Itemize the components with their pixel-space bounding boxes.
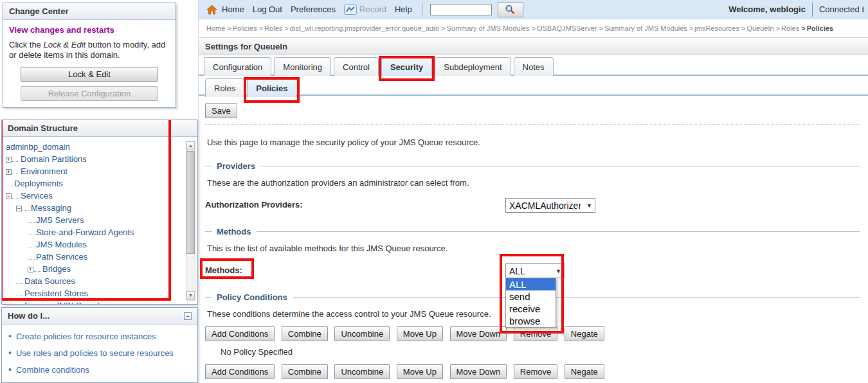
combine-button[interactable]: Combine <box>282 326 328 341</box>
tree-link-domain-partitions[interactable]: Domain Partitions <box>21 154 87 164</box>
tab-configuration[interactable]: Configuration <box>204 57 271 76</box>
authorization-providers-label: Authorization Providers: <box>205 200 303 209</box>
section-rule <box>293 297 860 298</box>
uncombine-button[interactable]: Uncombine <box>334 326 390 341</box>
breadcrumb-item[interactable]: Policies <box>227 24 257 32</box>
subtab-policies[interactable]: Policies <box>247 78 296 97</box>
breadcrumb-item[interactable]: Summary of JMS Modules <box>441 24 529 32</box>
tree-link-deployments[interactable]: Deployments <box>14 179 63 188</box>
lock-edit-button[interactable]: Lock & Edit <box>21 67 158 82</box>
breadcrumb-item[interactable]: jmsResources <box>689 24 739 32</box>
breadcrumb-item[interactable]: Home <box>206 24 225 32</box>
tree-link-bridges[interactable]: Bridges <box>42 264 71 274</box>
selected-value: XACMLAuthorizer <box>509 200 581 211</box>
tree-link-persistent-stores[interactable]: Persistent Stores <box>24 289 88 298</box>
authorization-providers-row: Authorization Providers: XACMLAuthorizer… <box>205 198 860 213</box>
view-changes-link[interactable]: View changes and restarts <box>9 25 170 35</box>
page-title: Settings for QueueIn <box>199 38 868 55</box>
providers-description: These are the authorization providers an… <box>207 178 860 188</box>
tree-link-jms-servers[interactable]: JMS Servers <box>36 215 84 225</box>
record-icon <box>344 4 357 15</box>
add-conditions-button[interactable]: Add Conditions <box>205 326 275 341</box>
breadcrumb-item[interactable]: QueueIn <box>741 24 774 32</box>
tree-item-jms-modules: JMS Modules <box>6 238 195 251</box>
expand-icon[interactable] <box>28 267 33 272</box>
option-browse[interactable]: browse <box>506 315 556 327</box>
separator <box>205 124 860 125</box>
section-title: Policy Conditions <box>217 292 287 302</box>
scroll-up-icon[interactable] <box>186 141 195 150</box>
uncombine-button[interactable]: Uncombine <box>334 364 390 379</box>
negate-button[interactable]: Negate <box>565 364 604 379</box>
negate-button[interactable]: Negate <box>565 326 604 341</box>
tree-item-data-sources: Data Sources <box>6 275 195 287</box>
expand-icon[interactable] <box>6 169 12 175</box>
breadcrumb-item[interactable]: Summary of JMS Modules <box>599 24 687 32</box>
search-button[interactable] <box>498 2 523 17</box>
tree-item-saf-agents: Store-and-Forward Agents <box>6 226 195 238</box>
scrollbar-thumb[interactable] <box>186 151 195 254</box>
combine-button[interactable]: Combine <box>282 364 328 379</box>
methods-label: Methods: <box>205 265 242 275</box>
tab-monitoring[interactable]: Monitoring <box>274 57 331 76</box>
help-link-combine-conditions[interactable]: Combine conditions <box>16 365 89 375</box>
tab-security[interactable]: Security <box>381 57 432 76</box>
logout-link[interactable]: Log Out <box>253 4 282 14</box>
tab-notes[interactable]: Notes <box>514 57 554 76</box>
tree-item-domain: adminbp_domain <box>6 141 195 153</box>
move-down-button[interactable]: Move Down <box>450 326 507 341</box>
methods-section-header: Methods <box>205 227 860 236</box>
move-up-button[interactable]: Move Up <box>397 364 443 379</box>
how-do-i-title: How do I... <box>8 311 50 321</box>
remove-button[interactable]: Remove <box>514 326 557 341</box>
move-down-button[interactable]: Move Down <box>450 364 507 379</box>
tree-link-saf-agents[interactable]: Store-and-Forward Agents <box>36 227 134 237</box>
breadcrumb-item[interactable]: dist_wli.reporting.jmsprovider_error.que… <box>284 24 439 32</box>
preferences-link[interactable]: Preferences <box>291 4 336 14</box>
list-item: Combine conditions <box>8 364 197 375</box>
tree-link-services[interactable]: Services <box>21 191 53 200</box>
remove-button[interactable]: Remove <box>514 364 557 379</box>
scroll-down-icon[interactable] <box>186 291 195 300</box>
option-receive[interactable]: receive <box>506 303 556 315</box>
move-up-button[interactable]: Move Up <box>397 326 443 341</box>
option-send[interactable]: send <box>506 290 556 303</box>
selected-value: ALL <box>509 266 525 276</box>
tree-connector <box>16 282 23 284</box>
tab-subdeployment[interactable]: Subdeployment <box>435 57 511 76</box>
collapse-icon[interactable] <box>16 206 22 211</box>
authorization-providers-select[interactable]: XACMLAuthorizer▼ <box>505 198 595 213</box>
tree-link-data-sources[interactable]: Data Sources <box>24 276 75 286</box>
breadcrumb-item[interactable]: Roles <box>259 24 283 32</box>
methods-select[interactable]: ALL▼ <box>505 263 565 278</box>
tab-control[interactable]: Control <box>334 57 379 76</box>
tree-scrollbar[interactable] <box>186 141 195 301</box>
tree-connector <box>12 172 19 174</box>
expand-icon[interactable] <box>6 157 12 163</box>
tree-link-messaging[interactable]: Messaging <box>31 203 71 213</box>
tree-link-environment[interactable]: Environment <box>21 166 68 176</box>
breadcrumb-item[interactable]: OSBAQJMSServer <box>531 24 597 32</box>
tree-link-adminbp-domain[interactable]: adminbp_domain <box>6 142 70 152</box>
home-icon[interactable] <box>206 4 217 15</box>
policy-buttons-row-bottom: Add Conditions Combine Uncombine Move Up… <box>205 364 860 379</box>
collapse-icon[interactable] <box>6 193 12 199</box>
tree-link-path-services[interactable]: Path Services <box>36 252 87 262</box>
tree-link-jms-modules[interactable]: JMS Modules <box>36 240 87 249</box>
option-all[interactable]: ALL <box>506 278 556 290</box>
tree-link-foreign-jndi[interactable]: Foreign JNDI Providers <box>24 301 111 305</box>
section-rule <box>261 166 860 166</box>
help-link-roles-policies[interactable]: Use roles and policies to secure resourc… <box>16 348 174 358</box>
help-link-create-policies[interactable]: Create policies for resource instances <box>16 332 156 341</box>
save-button[interactable]: Save <box>205 103 237 118</box>
breadcrumb-item[interactable]: Roles <box>776 24 800 32</box>
home-link[interactable]: Home <box>222 4 244 14</box>
add-conditions-button[interactable]: Add Conditions <box>205 364 275 379</box>
help-link[interactable]: Help <box>395 4 412 14</box>
search-input[interactable] <box>430 4 492 15</box>
how-do-i-panel: How do I... Create policies for resource… <box>1 307 198 383</box>
tree-connector <box>23 209 30 211</box>
subtab-roles[interactable]: Roles <box>205 78 244 97</box>
collapse-panel-icon[interactable] <box>184 312 192 320</box>
no-policy-text: No Policy Specified <box>221 347 860 357</box>
